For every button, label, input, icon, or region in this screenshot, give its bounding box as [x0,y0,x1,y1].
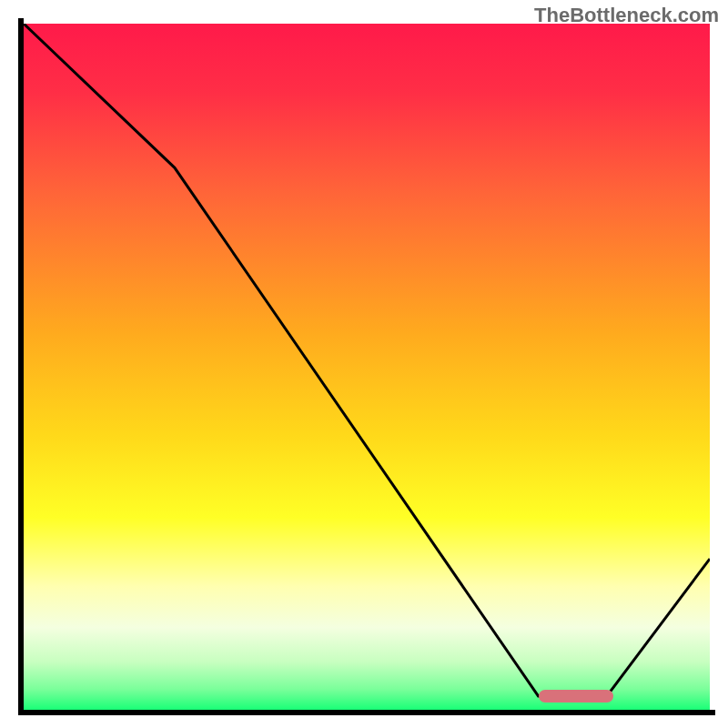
chart-container: TheBottleneck.com [0,0,728,728]
y-axis [18,18,24,715]
bottleneck-curve [24,24,710,710]
watermark-text: TheBottleneck.com [534,4,719,27]
optimal-range-marker [539,690,614,703]
x-axis [18,710,715,715]
plot-area [24,24,710,710]
